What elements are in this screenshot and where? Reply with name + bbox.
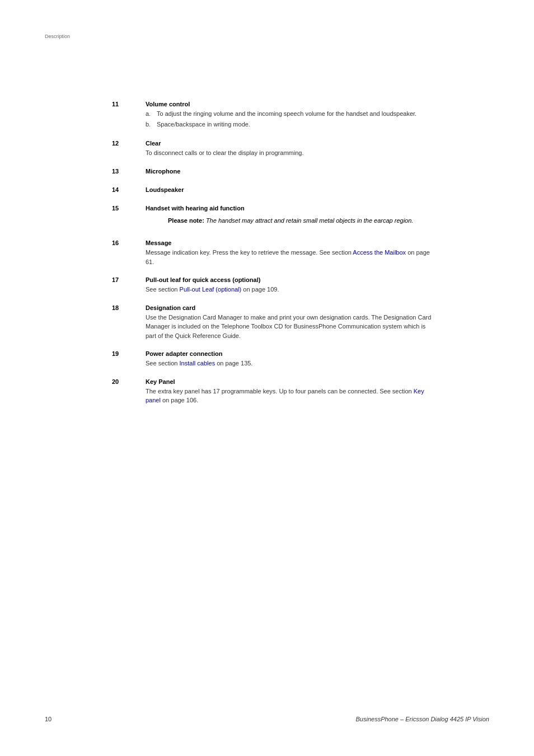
- page-footer: 10 BusinessPhone – Ericsson Dialog 4425 …: [45, 716, 489, 722]
- list-item: 14 Loudspeaker: [112, 186, 437, 195]
- sub-text: To adjust the ringing volume and the inc…: [157, 109, 416, 119]
- sub-item: b. Space/backspace in writing mode.: [146, 120, 437, 129]
- item-number: 11: [112, 101, 146, 107]
- item-body: The extra key panel has 17 programmable …: [146, 387, 437, 405]
- list-item: 20 Key Panel The extra key panel has 17 …: [112, 378, 437, 405]
- item-content: Clear To disconnect calls or to clear th…: [146, 140, 437, 158]
- list-item: 12 Clear To disconnect calls or to clear…: [112, 140, 437, 158]
- item-title: Pull-out leaf for quick access (optional…: [146, 276, 437, 283]
- item-number: 18: [112, 304, 146, 311]
- content: 11 Volume control a. To adjust the ringi…: [112, 101, 437, 405]
- list-item: 18 Designation card Use the Designation …: [112, 304, 437, 341]
- body-text: See section: [146, 360, 180, 367]
- item-body: Message indication key. Press the key to…: [146, 248, 437, 266]
- item-title: Handset with hearing aid function: [146, 205, 437, 212]
- item-number: 15: [112, 205, 146, 212]
- list-item: 19 Power adapter connection See section …: [112, 350, 437, 368]
- list-item: 16 Message Message indication key. Press…: [112, 240, 437, 266]
- item-body: Use the Designation Card Manager to make…: [146, 313, 437, 341]
- item-content: Message Message indication key. Press th…: [146, 240, 437, 266]
- item-title: Power adapter connection: [146, 350, 437, 357]
- sub-item: a. To adjust the ringing volume and the …: [146, 109, 437, 119]
- item-number: 19: [112, 350, 146, 357]
- item-title: Message: [146, 240, 437, 246]
- item-content: Handset with hearing aid function Please…: [146, 205, 437, 230]
- item-title: Clear: [146, 140, 437, 147]
- install-cables-link[interactable]: Install cables: [180, 360, 216, 367]
- body-suffix: on page 135.: [215, 360, 252, 367]
- item-number: 12: [112, 140, 146, 147]
- sub-text: Space/backspace in writing mode.: [157, 120, 250, 129]
- item-title: Microphone: [146, 168, 437, 175]
- sub-label: a.: [146, 109, 157, 119]
- page-label: Description: [45, 34, 70, 39]
- pull-out-leaf-link[interactable]: Pull-out Leaf (optional): [180, 286, 242, 293]
- list-item: 15 Handset with hearing aid function Ple…: [112, 205, 437, 230]
- item-content: Designation card Use the Designation Car…: [146, 304, 437, 341]
- item-body: See section Install cables on page 135.: [146, 359, 437, 368]
- please-note: Please note: The handset may attract and…: [168, 216, 437, 226]
- page-footer-title: BusinessPhone – Ericsson Dialog 4425 IP …: [356, 716, 489, 722]
- item-content: Pull-out leaf for quick access (optional…: [146, 276, 437, 294]
- list-item: 13 Microphone: [112, 168, 437, 176]
- access-mailbox-link[interactable]: Access the Mailbox: [353, 249, 406, 256]
- body-suffix: on page 106.: [161, 397, 198, 403]
- item-title: Designation card: [146, 304, 437, 311]
- item-number: 20: [112, 378, 146, 385]
- item-body: a. To adjust the ringing volume and the …: [146, 109, 437, 129]
- body-text: Message indication key. Press the key to…: [146, 249, 353, 256]
- item-content: Power adapter connection See section Ins…: [146, 350, 437, 368]
- item-content: Microphone: [146, 168, 437, 176]
- body-text: See section: [146, 286, 180, 293]
- page-number: 10: [45, 716, 51, 722]
- item-content: Volume control a. To adjust the ringing …: [146, 101, 437, 130]
- note-text: The handset may attract and retain small…: [206, 217, 414, 224]
- page: Description 11 Volume control a. To adju…: [0, 0, 534, 756]
- note-label: Please note:: [168, 217, 204, 224]
- item-title: Key Panel: [146, 378, 437, 385]
- item-number: 17: [112, 276, 146, 283]
- item-title: Loudspeaker: [146, 186, 437, 193]
- body-suffix: on page 109.: [241, 286, 279, 293]
- sub-label: b.: [146, 120, 157, 129]
- item-number: 13: [112, 168, 146, 175]
- list-item: 17 Pull-out leaf for quick access (optio…: [112, 276, 437, 294]
- item-number: 14: [112, 186, 146, 193]
- list-item: 11 Volume control a. To adjust the ringi…: [112, 101, 437, 130]
- item-title: Volume control: [146, 101, 437, 107]
- item-number: 16: [112, 240, 146, 246]
- item-body: See section Pull-out Leaf (optional) on …: [146, 285, 437, 294]
- item-content: Key Panel The extra key panel has 17 pro…: [146, 378, 437, 405]
- item-body: To disconnect calls or to clear the disp…: [146, 148, 437, 158]
- body-text: The extra key panel has 17 programmable …: [146, 388, 414, 395]
- item-content: Loudspeaker: [146, 186, 437, 195]
